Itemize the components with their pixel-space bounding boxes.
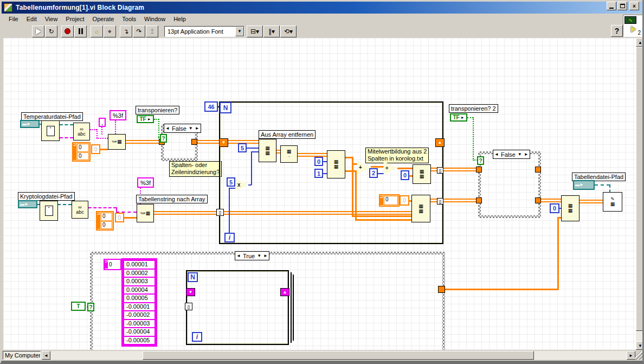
- write-to-spreadsheet-file-function[interactable]: ✎▦: [603, 192, 622, 212]
- minimize-button[interactable]: [607, 2, 616, 10]
- block-diagram-canvas[interactable]: ◄ False ▼ ► ◄ False ▼ ► ◄ True ▼ ►: [3, 38, 636, 350]
- path-control-kryptolog[interactable]: ▬►: [18, 200, 37, 208]
- framed-zero-constant-2[interactable]: 0: [115, 213, 124, 222]
- case-prev-icon[interactable]: ◄: [494, 152, 499, 157]
- case-dropdown-icon[interactable]: ▼: [518, 152, 522, 157]
- highlight-execution-button[interactable]: ☼: [91, 25, 103, 37]
- resize-grip[interactable]: [634, 351, 642, 360]
- path-control-temperatur[interactable]: ▬►: [20, 120, 40, 128]
- index-arrows-icon[interactable]: ▴▾: [73, 144, 76, 160]
- shift-register-left-string[interactable]: ▼: [186, 288, 195, 296]
- read-text-file-function[interactable]: ∞abc: [73, 123, 90, 141]
- case2-value[interactable]: False: [501, 151, 516, 158]
- context-help-button[interactable]: ?: [611, 25, 623, 37]
- vertical-scrollbar[interactable]: ▲ ▼: [636, 38, 644, 350]
- spreadsheet-string-to-array-function-2[interactable]: %#▦: [137, 204, 154, 222]
- menu-item[interactable]: File: [5, 15, 23, 23]
- tunnel[interactable]: [476, 167, 482, 173]
- output-tunnel[interactable]: [438, 286, 445, 293]
- vi-icon-button[interactable]: ∿ 2: [623, 15, 643, 37]
- title-bar[interactable]: Tabellenumformung[1].vi Block Diagram: [2, 2, 642, 14]
- loop-count-constant[interactable]: 46: [204, 101, 218, 112]
- index-arrows-icon[interactable]: ▴▾: [97, 213, 100, 229]
- align-objects-button[interactable]: ⊟▾: [247, 25, 263, 37]
- boolean-true-constant[interactable]: T: [71, 302, 86, 311]
- case-prev-icon[interactable]: ◄: [236, 253, 241, 258]
- case-dropdown-icon[interactable]: ▼: [257, 253, 261, 258]
- numeric-array-constant[interactable]: 0.000010.000020.000030.000040.00005-0.00…: [121, 258, 157, 347]
- constant-0-insert[interactable]: 0: [550, 203, 559, 213]
- for-loop-main[interactable]: [219, 101, 443, 244]
- open-create-file-function[interactable]: *: [41, 120, 60, 141]
- step-into-button[interactable]: ↴: [120, 25, 132, 37]
- auto-index-tunnel[interactable]: []: [216, 209, 224, 216]
- cluster-constant-2[interactable]: ▴▾ 0 0: [96, 211, 114, 231]
- scroll-up-button[interactable]: ▲: [636, 38, 644, 47]
- menu-item[interactable]: Help: [170, 15, 190, 23]
- array-element[interactable]: -0.00005: [123, 336, 156, 346]
- chevron-down-icon[interactable]: ▼: [235, 27, 244, 36]
- retain-wire-values-button[interactable]: ⌖: [104, 25, 116, 37]
- case-next-icon[interactable]: ►: [195, 126, 199, 131]
- auto-index-tunnel[interactable]: []: [185, 303, 192, 310]
- format-string-constant-2[interactable]: %3f: [137, 177, 154, 188]
- menu-item[interactable]: Tools: [118, 15, 140, 23]
- array-constant-index[interactable]: ▴▾0: [104, 259, 121, 270]
- loop-iteration-terminal[interactable]: i: [224, 233, 235, 242]
- shift-register-right[interactable]: ▲: [435, 138, 445, 147]
- menu-item[interactable]: Edit: [23, 15, 41, 23]
- framed-zero-constant-1[interactable]: 0: [91, 144, 100, 154]
- format-string-constant-1[interactable]: %3f: [110, 110, 126, 120]
- run-continuously-button[interactable]: ↻: [45, 25, 57, 37]
- horizontal-scroll-thumb[interactable]: [143, 351, 534, 360]
- vertical-scroll-thumb[interactable]: [636, 47, 644, 331]
- case-next-icon[interactable]: ►: [263, 253, 268, 258]
- path-control-tabellendatei[interactable]: ▬►: [573, 180, 595, 190]
- shift-register-right-string[interactable]: ▲: [280, 288, 289, 296]
- menu-item[interactable]: Operate: [89, 15, 119, 23]
- step-over-button[interactable]: ↷: [133, 25, 145, 37]
- abort-button[interactable]: [61, 25, 74, 37]
- comma-string-constant[interactable]: ,: [99, 118, 106, 127]
- font-selector[interactable]: 13pt Application Font ▼: [164, 26, 244, 37]
- case-prev-icon[interactable]: ◄: [165, 126, 170, 131]
- spreadsheet-string-to-array-function-1[interactable]: %#▦: [108, 134, 126, 150]
- execution-target-selector[interactable]: My Computer: [3, 351, 41, 360]
- case-next-icon[interactable]: ►: [524, 152, 529, 157]
- horizontal-scrollbar[interactable]: [50, 351, 627, 360]
- boolean-control-transponieren[interactable]: TF►: [137, 115, 154, 123]
- output-tunnel[interactable]: []: [437, 167, 443, 174]
- scroll-left-button[interactable]: ◄: [42, 351, 50, 360]
- reorder-button[interactable]: ⟲▾: [280, 25, 297, 37]
- cluster-element[interactable]: 0: [101, 221, 112, 229]
- case1-value[interactable]: False: [172, 125, 186, 132]
- tunnel[interactable]: [191, 139, 197, 145]
- cluster-element[interactable]: 0: [77, 152, 89, 161]
- distribute-objects-button[interactable]: ∥▾: [263, 25, 280, 37]
- case2-selector-terminal[interactable]: ?: [477, 156, 484, 165]
- read-text-file-function-2[interactable]: ∞abc: [72, 201, 88, 219]
- shift-register-left[interactable]: ▼: [219, 138, 228, 147]
- boolean-control-transponieren-2[interactable]: TF►: [450, 113, 467, 122]
- inner-loop-iteration-terminal[interactable]: i: [192, 332, 202, 342]
- tunnel[interactable]: [535, 167, 541, 173]
- tunnel[interactable]: [476, 197, 482, 203]
- case3-selector-terminal[interactable]: ?: [87, 303, 94, 311]
- pause-button[interactable]: [74, 25, 87, 37]
- menu-item[interactable]: Project: [62, 15, 88, 23]
- case-structure-transpose2[interactable]: [478, 151, 541, 218]
- case-dropdown-icon[interactable]: ▼: [189, 126, 193, 131]
- output-tunnel[interactable]: []: [437, 198, 443, 205]
- case3-value[interactable]: True: [243, 253, 255, 259]
- tunnel[interactable]: [535, 197, 541, 203]
- loop-count-terminal[interactable]: N: [220, 102, 231, 113]
- case1-selector-terminal[interactable]: ?: [160, 134, 167, 143]
- insert-into-array-function[interactable]: ▦▦: [561, 195, 579, 221]
- case2-selector[interactable]: ◄ False ▼ ►: [493, 150, 530, 159]
- inner-loop-count-terminal[interactable]: N: [188, 272, 198, 282]
- menu-item[interactable]: View: [41, 15, 62, 23]
- run-button[interactable]: [32, 25, 44, 37]
- case1-selector[interactable]: ◄ False ▼ ►: [164, 124, 201, 133]
- scroll-down-button[interactable]: ▼: [636, 341, 644, 350]
- cluster-element[interactable]: 0: [77, 144, 89, 152]
